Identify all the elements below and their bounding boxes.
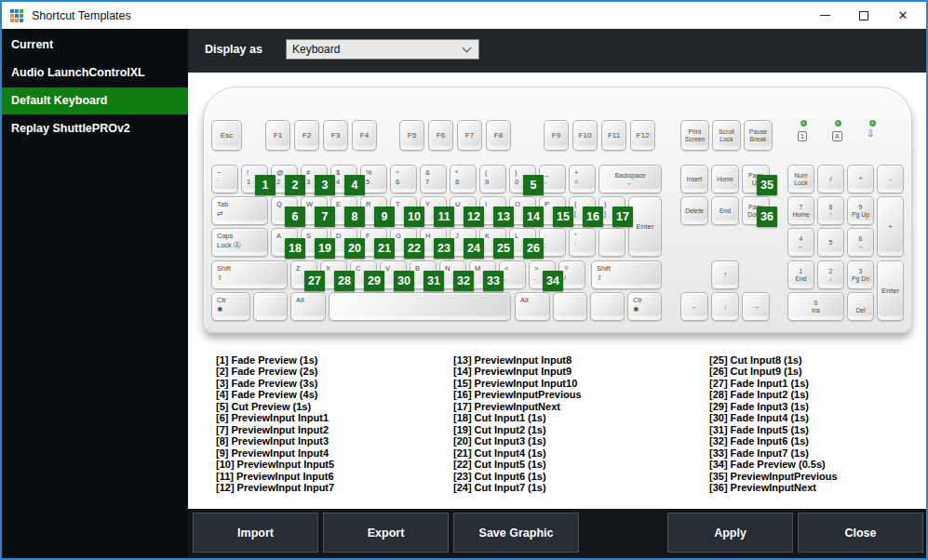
key-f3: F3 [323, 120, 348, 151]
sidebar-item-audio-launchcontrolxl[interactable]: Audio LaunchControlXL [2, 60, 188, 87]
legend-entry: [2] Fade Preview (2s) [216, 366, 449, 377]
shortcut-badge-26: 26 [523, 238, 544, 259]
export-button[interactable]: Export [323, 513, 449, 553]
sidebar-item-current[interactable]: Current [2, 32, 188, 59]
legend-entry: [31] Fade Input5 (1s) [709, 424, 928, 435]
capslock-led-icon: A [832, 131, 842, 141]
key-ctr: Ctr✱ [627, 292, 662, 321]
legend-entry: [14] PreviewInput Input9 [453, 366, 686, 377]
legend-entry: [11] PreviewInput Input6 [216, 471, 449, 482]
key-blank: ~` [211, 165, 238, 193]
template-list-sidebar: CurrentAudio LaunchControlXLDefault Keyb… [2, 29, 188, 558]
apply-button[interactable]: Apply [667, 513, 793, 553]
key-insert: Insert [680, 165, 708, 193]
close-icon: ✕ [898, 9, 908, 21]
legend-entry: [25] Cut Input8 (1s) [709, 354, 928, 366]
key-menu [590, 292, 625, 321]
legend-entry: [19] Cut Input2 (1s) [453, 424, 686, 435]
shortcut-badge-10: 10 [404, 207, 424, 227]
key-f12: F12 [630, 120, 655, 151]
key-blank: → [742, 292, 770, 321]
shortcut-badge-24: 24 [464, 238, 484, 259]
shortcut-badge-11: 11 [434, 207, 454, 227]
shortcut-badge-29: 29 [364, 271, 384, 291]
shortcut-badge-20: 20 [344, 238, 365, 259]
titlebar-close-button[interactable]: ✕ [883, 2, 922, 29]
display-as-value: Keyboard [287, 43, 464, 56]
key-f10: F10 [572, 120, 598, 151]
maximize-button[interactable] [844, 2, 883, 29]
maximize-icon [859, 11, 868, 20]
display-as-bar: Display as Keyboard [188, 29, 926, 73]
legend-entry: [21] Cut Input4 (1s) [453, 447, 686, 459]
legend-entry: [36] PreviewInputNext [709, 482, 928, 493]
key-alt: Alt [290, 292, 326, 321]
key-pause-break: PauseBreak [744, 120, 773, 151]
key-esc: Esc [211, 120, 242, 151]
legend-entry: [6] PreviewInput Input1 [216, 412, 449, 423]
legend-entry: [4] Fade Preview (4s) [216, 389, 449, 400]
key-enter: Enter [628, 196, 662, 257]
legend-entry: [9] PreviewInput Input4 [216, 447, 449, 459]
shortcut-badge-23: 23 [434, 238, 454, 259]
key-4: 4← [787, 228, 814, 257]
legend-entry: [32] Fade Input6 (1s) [709, 435, 928, 447]
shortcut-badge-3: 3 [315, 175, 335, 195]
legend-entry: [28] Fade Input2 (1s) [709, 389, 928, 400]
key-f5: F5 [399, 120, 424, 151]
shortcut-badge-34: 34 [543, 271, 563, 291]
key-scroll-lock: ScrollLock [712, 120, 741, 151]
sidebar-item-default-keyboard[interactable]: Default Keyboard [2, 87, 188, 114]
key-blank: ↑ [711, 260, 739, 289]
shortcut-badge-5: 5 [523, 175, 544, 195]
shortcut-badge-15: 15 [553, 207, 573, 227]
key-f11: F11 [601, 120, 626, 151]
shortcut-badge-7: 7 [315, 207, 335, 227]
key-blank: / [817, 165, 844, 193]
legend-entry: [12] PreviewInput Input7 [216, 482, 449, 493]
shortcut-badge-35: 35 [757, 175, 777, 195]
legend-entry: [5] Cut Preview (1s) [216, 401, 449, 412]
shortcut-badge-25: 25 [493, 238, 514, 259]
keyboard-graphic: EscF1F2F3F4F5F6F7F8F9F10F11F12PrintScree… [203, 87, 912, 333]
key-blank: ↓ [711, 292, 739, 321]
key-shift: Shift⇧ [211, 260, 288, 289]
key-space [329, 292, 511, 321]
shortcut-badge-6: 6 [285, 207, 305, 227]
shortcut-badge-36: 36 [757, 207, 777, 227]
legend-column-1: [1] Fade Preview (1s)[2] Fade Preview (2… [216, 354, 449, 493]
key-9-pg-up: 9Pg Up [847, 196, 874, 225]
legend-entry: [33] Fade Input7 (1s) [709, 447, 928, 459]
key-f9: F9 [544, 120, 569, 151]
legend-entry: [35] PreviewInputPrevious [709, 471, 928, 482]
shortcut-templates-window: Shortcut Templates ✕ CurrentAudio Launch… [0, 0, 928, 560]
key-f4: F4 [352, 120, 377, 151]
legend-entry: [29] Fade Input3 (1s) [709, 401, 928, 412]
shortcut-badge-19: 19 [315, 238, 335, 259]
minimize-button[interactable] [805, 2, 844, 29]
key-win-left [253, 292, 288, 321]
key-ctr: Ctr✱ [211, 292, 250, 321]
save-graphic-button[interactable]: Save Graphic [453, 513, 579, 553]
display-as-label: Display as [205, 43, 262, 56]
sidebar-item-replay-shuttleprov2[interactable]: Replay ShuttlePROv2 [2, 115, 188, 142]
display-as-select[interactable]: Keyboard [286, 39, 479, 60]
shortcut-legend: [1] Fade Preview (1s)[2] Fade Preview (2… [188, 354, 926, 503]
key-0-ins: 0Ins [787, 292, 844, 321]
scrolllock-led-light [869, 120, 876, 127]
keyboard-panel: EscF1F2F3F4F5F6F7F8F9F10F11F12PrintScree… [188, 73, 926, 509]
shortcut-badge-27: 27 [304, 271, 325, 291]
key-8: *8 [450, 165, 477, 193]
shortcut-badge-14: 14 [523, 207, 544, 227]
shortcut-badge-9: 9 [374, 207, 395, 227]
close-button[interactable]: Close [798, 513, 923, 553]
import-button[interactable]: Import [193, 513, 318, 553]
minimize-icon [820, 15, 830, 17]
key-blank: ← [680, 292, 708, 321]
legend-entry: [22] Cut Input5 (1s) [453, 459, 686, 470]
key-backspace: Backspace← [598, 165, 662, 193]
key-alt: Alt [515, 292, 550, 321]
key-blank: += [569, 165, 596, 193]
capslock-led-light [835, 120, 841, 127]
key-f2: F2 [294, 120, 319, 151]
